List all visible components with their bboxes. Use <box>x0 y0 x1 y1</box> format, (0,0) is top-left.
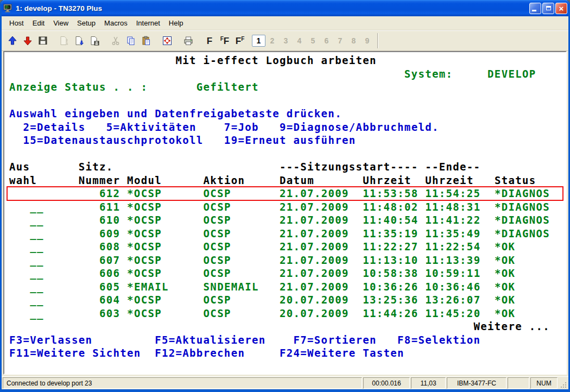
terminal-row-2: System: DEVELOP <box>4 67 566 81</box>
status-response-time: 00:00.016 <box>363 377 410 389</box>
terminal-row-11: 612 *OCSP OCSP 21.07.2009 11:53:58 11:54… <box>4 187 566 200</box>
menu-bar: HostEditViewSetupMacrosInternetHelp <box>2 16 568 30</box>
up-arrow-icon <box>8 36 17 46</box>
terminal-row-8 <box>4 147 566 161</box>
terminal-row-15: __ 608 *OCSP OCSP 21.07.2009 11:22:27 11… <box>4 240 566 254</box>
session-button-8: 8 <box>347 35 360 47</box>
session-button-2: 2 <box>265 35 279 47</box>
minimize-button[interactable] <box>529 3 541 14</box>
receive-file-button <box>57 33 71 48</box>
terminal-screen[interactable]: Mit i-effect Logbuch arbeiten System: DE… <box>3 51 567 375</box>
scissors-icon <box>111 36 121 46</box>
session-up-button[interactable] <box>5 33 20 48</box>
close-button[interactable]: × <box>555 3 567 14</box>
menu-item-internet[interactable]: Internet <box>132 17 164 29</box>
status-cursor-position: 11,03 <box>411 377 446 389</box>
terminal-row-7: 15=Datenaustauschprotokoll 19=Erneut aus… <box>4 134 566 147</box>
close-icon: × <box>559 4 564 12</box>
file-download-icon <box>74 36 84 46</box>
menu-item-host[interactable]: Host <box>5 17 28 29</box>
paste-icon <box>141 36 151 46</box>
font-increase-button[interactable]: FF <box>218 33 232 48</box>
font-decrease-icon: F <box>236 36 241 46</box>
menu-item-setup[interactable]: Setup <box>73 17 100 29</box>
fit-screen-button[interactable] <box>160 33 174 48</box>
window-title: 1: develop - TN3270 Plus <box>16 4 529 12</box>
terminal-row-16: __ 607 *OCSP OCSP 21.07.2009 11:13:10 11… <box>4 254 566 267</box>
font-decrease-button[interactable]: FF <box>233 33 247 48</box>
terminal-row-17: __ 606 *OCSP OCSP 21.07.2009 10:58:38 10… <box>4 267 566 280</box>
terminal-row-14: __ 609 *OCSP OCSP 21.07.2009 11:35:19 11… <box>4 227 566 241</box>
terminal-row-24 <box>4 360 566 374</box>
maximize-icon <box>546 6 551 10</box>
menu-item-view[interactable]: View <box>49 17 73 29</box>
terminal-row-12: __ 611 *OCSP OCSP 21.07.2009 11:48:02 11… <box>4 200 566 214</box>
copy-button[interactable] <box>124 33 138 48</box>
terminal-row-20: __ 603 *OCSP OCSP 20.07.2009 11:44:26 11… <box>4 307 566 320</box>
terminal-row-22: F3=Verlassen F5=Aktualisieren F7=Sortier… <box>4 333 566 347</box>
font-default-button[interactable]: F <box>202 33 217 48</box>
print-button[interactable] <box>181 33 195 48</box>
resize-grip[interactable] <box>559 377 567 389</box>
down-arrow-icon <box>23 36 33 46</box>
terminal-row-1: Mit i-effect Logbuch arbeiten <box>4 54 566 67</box>
session-button-3: 3 <box>279 35 293 47</box>
font-icon: F <box>207 36 212 46</box>
resize-grip-icon <box>560 382 567 389</box>
session-button-4: 4 <box>293 35 306 47</box>
menu-item-edit[interactable]: Edit <box>28 17 49 29</box>
menu-item-macros[interactable]: Macros <box>100 17 132 29</box>
terminal-row-10: wahl Nummer Modul Aktion Datum Uhrzeit U… <box>4 174 566 187</box>
app-icon <box>3 4 13 12</box>
toolbar-separator <box>377 33 378 48</box>
fit-screen-icon <box>162 36 172 46</box>
terminal-text: Mit i-effect Logbuch arbeiten System: DE… <box>4 54 566 373</box>
status-bar: Connected to develop port 23 00:00.016 1… <box>2 376 568 389</box>
session-selector: 123456789 <box>252 35 374 47</box>
session-button-9: 9 <box>360 35 374 47</box>
terminal-row-6: 2=Details 5=Aktivitäten 7=Job 9=Diagnose… <box>4 121 566 134</box>
app-window: 1: develop - TN3270 Plus × HostEditViewS… <box>0 0 570 392</box>
status-connection: Connected to develop port 23 <box>3 377 362 389</box>
terminal-row-18: __ 605 *EMAIL SNDEMAIL 21.07.2009 10:36:… <box>4 280 566 294</box>
session-button-6: 6 <box>320 35 333 47</box>
session-down-button[interactable] <box>21 33 35 48</box>
terminal-row-3: Anzeige Status . . : Gefiltert <box>4 80 566 94</box>
paste-button[interactable] <box>139 33 153 48</box>
toolbar: F FF FF 123456789 <box>2 30 568 51</box>
status-keyboard-num: NUM <box>530 377 558 389</box>
save-screen-button[interactable] <box>87 33 102 48</box>
session-button-5: 5 <box>306 35 320 47</box>
status-terminal-type: IBM-3477-FC <box>447 377 506 389</box>
terminal-row-5: Auswahl eingeben und Datenfreigabetaste … <box>4 107 566 121</box>
copy-icon <box>126 36 136 46</box>
printer-icon <box>183 36 193 46</box>
terminal-row-23: F11=Weitere Sichten F12=Abbrechen F24=We… <box>4 346 566 360</box>
cut-button <box>109 33 123 48</box>
session-button-7: 7 <box>333 35 347 47</box>
minimize-icon <box>532 10 536 11</box>
send-file-button[interactable] <box>72 33 86 48</box>
title-bar: 1: develop - TN3270 Plus × <box>0 0 570 16</box>
maximize-button[interactable] <box>542 3 554 14</box>
save-button[interactable] <box>36 33 50 48</box>
file-save-icon <box>90 36 99 46</box>
terminal-row-4 <box>4 94 566 108</box>
terminal-row-9: Aus Sitz. ---Sitzungsstart---- --Ende-- <box>4 160 566 174</box>
session-button-1[interactable]: 1 <box>252 35 265 47</box>
terminal-row-13: __ 610 *OCSP OCSP 21.07.2009 11:40:54 11… <box>4 213 566 227</box>
menu-item-help[interactable]: Help <box>164 17 188 29</box>
file-transfer-icon <box>59 36 69 46</box>
status-spacer <box>508 377 529 389</box>
save-icon <box>38 36 48 46</box>
terminal-row-19: __ 604 *OCSP OCSP 20.07.2009 13:25:36 13… <box>4 293 566 307</box>
terminal-row-21: Weitere ... <box>4 320 566 333</box>
